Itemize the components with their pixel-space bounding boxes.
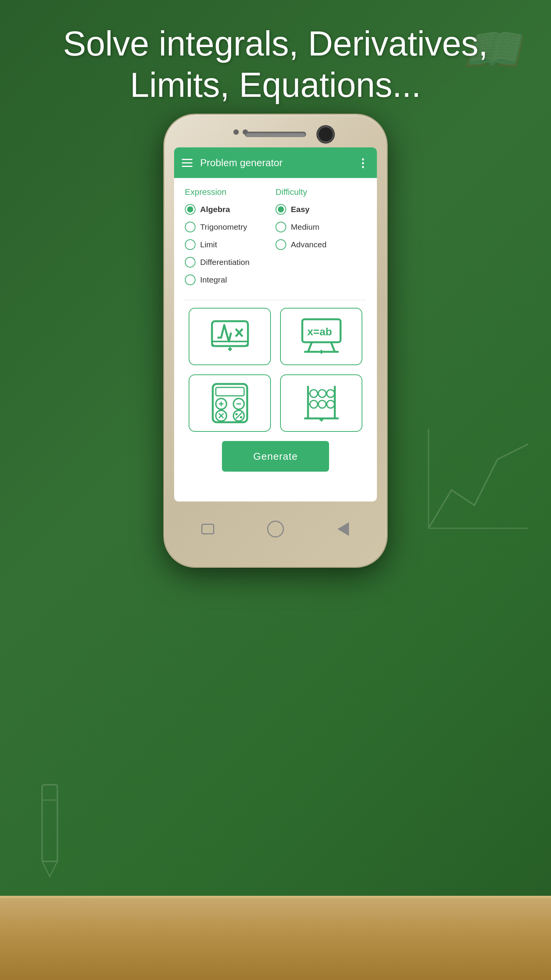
radio-integral-button[interactable] xyxy=(185,274,196,285)
phone-shell: Problem generator ⋮ Expression Algebr xyxy=(165,115,386,567)
headline-text: Solve integrals, Derivatives, Limits, Eq… xyxy=(0,23,551,106)
radio-integral[interactable]: Integral xyxy=(185,274,276,285)
radio-algebra-selected xyxy=(187,206,193,212)
app-bar: Problem generator ⋮ xyxy=(174,147,377,178)
svg-rect-18 xyxy=(213,384,247,422)
radio-easy[interactable]: Easy xyxy=(276,204,366,215)
expression-column: Expression Algebra Trigonometry xyxy=(185,187,276,292)
radio-algebra[interactable]: Algebra xyxy=(185,204,276,215)
radio-differentiation-button[interactable] xyxy=(185,257,196,268)
svg-point-41 xyxy=(318,400,326,408)
home-icon xyxy=(267,521,284,537)
radio-advanced-label: Advanced xyxy=(291,240,326,249)
phone-nav-bar xyxy=(174,510,377,548)
phone-camera xyxy=(318,127,333,142)
app-title: Problem generator xyxy=(200,157,357,169)
svg-line-13 xyxy=(308,342,312,352)
svg-point-30 xyxy=(235,413,238,415)
wooden-shelf xyxy=(0,896,551,980)
svg-line-14 xyxy=(331,342,335,352)
divider xyxy=(185,300,366,300)
svg-point-37 xyxy=(318,390,326,397)
generate-button[interactable]: Generate xyxy=(222,441,329,472)
svg-text:x=ab: x=ab xyxy=(307,326,332,338)
options-row: Expression Algebra Trigonometry xyxy=(185,187,366,292)
calculator-operations-icon[interactable] xyxy=(189,374,271,432)
radio-easy-label: Easy xyxy=(291,205,310,214)
radio-limit[interactable]: Limit xyxy=(185,239,276,250)
radio-trigonometry-button[interactable] xyxy=(185,222,196,232)
svg-rect-19 xyxy=(216,387,244,396)
nav-recents-button[interactable] xyxy=(198,519,217,539)
svg-rect-6 xyxy=(212,341,248,346)
icons-grid: x=ab xyxy=(185,308,366,432)
difficulty-header: Difficulty xyxy=(276,187,366,197)
recents-icon xyxy=(201,524,214,534)
back-icon xyxy=(337,522,349,536)
difficulty-column: Difficulty Easy Medium xyxy=(276,187,366,292)
svg-point-36 xyxy=(310,390,318,397)
blackboard-equation-icon[interactable]: x=ab xyxy=(280,308,362,365)
radio-algebra-label: Algebra xyxy=(200,205,230,214)
radio-trigonometry[interactable]: Trigonometry xyxy=(185,222,276,232)
abacus-icon[interactable] xyxy=(280,374,362,432)
radio-trigonometry-label: Trigonometry xyxy=(200,222,247,232)
svg-point-38 xyxy=(327,390,334,397)
more-vertical-icon[interactable]: ⋮ xyxy=(357,156,369,170)
expression-calculator-icon[interactable] xyxy=(189,308,271,365)
nav-back-button[interactable] xyxy=(334,519,353,539)
radio-differentiation[interactable]: Differentiation xyxy=(185,257,276,268)
radio-advanced[interactable]: Advanced xyxy=(276,239,366,250)
radio-medium-button[interactable] xyxy=(276,222,286,232)
radio-integral-label: Integral xyxy=(200,275,227,284)
radio-differentiation-label: Differentiation xyxy=(200,258,249,267)
svg-point-31 xyxy=(240,416,242,418)
radio-medium[interactable]: Medium xyxy=(276,222,366,232)
menu-button[interactable] xyxy=(182,159,192,167)
nav-home-button[interactable] xyxy=(266,519,285,539)
radio-algebra-button[interactable] xyxy=(185,204,196,215)
radio-medium-label: Medium xyxy=(291,222,320,232)
phone-screen: Problem generator ⋮ Expression Algebr xyxy=(174,147,377,501)
svg-point-40 xyxy=(310,400,318,408)
radio-easy-selected xyxy=(278,206,284,212)
radio-advanced-button[interactable] xyxy=(276,239,286,250)
content-area: Expression Algebra Trigonometry xyxy=(174,178,377,488)
phone-device: Problem generator ⋮ Expression Algebr xyxy=(165,115,386,567)
expression-header: Expression xyxy=(185,187,276,197)
radio-easy-button[interactable] xyxy=(276,204,286,215)
radio-limit-label: Limit xyxy=(200,240,217,249)
radio-limit-button[interactable] xyxy=(185,239,196,250)
svg-point-42 xyxy=(327,400,334,408)
phone-speaker-bar xyxy=(245,132,306,137)
